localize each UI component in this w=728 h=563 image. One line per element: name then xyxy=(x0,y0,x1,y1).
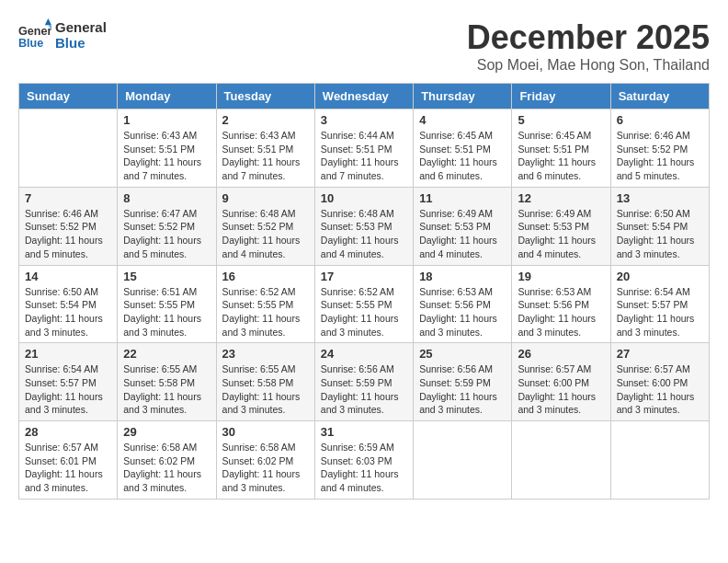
day-number: 24 xyxy=(321,347,407,361)
calendar-week-1: 1Sunrise: 6:43 AMSunset: 5:51 PMDaylight… xyxy=(19,109,710,188)
calendar-cell: 17Sunrise: 6:52 AMSunset: 5:55 PMDayligh… xyxy=(314,265,413,343)
calendar-cell xyxy=(414,421,512,500)
calendar-cell: 11Sunrise: 6:49 AMSunset: 5:53 PMDayligh… xyxy=(414,187,512,265)
day-info: Sunrise: 6:57 AMSunset: 6:00 PMDaylight:… xyxy=(518,362,604,417)
day-info: Sunrise: 6:49 AMSunset: 5:53 PMDaylight:… xyxy=(419,207,506,261)
day-info: Sunrise: 6:55 AMSunset: 5:58 PMDaylight:… xyxy=(222,362,309,417)
day-number: 15 xyxy=(123,270,210,283)
day-info: Sunrise: 6:46 AMSunset: 5:52 PMDaylight:… xyxy=(617,129,703,183)
weekday-header-sunday: Sunday xyxy=(19,84,118,109)
day-info: Sunrise: 6:54 AMSunset: 5:57 PMDaylight:… xyxy=(25,362,111,417)
calendar-table: SundayMondayTuesdayWednesdayThursdayFrid… xyxy=(18,83,710,500)
calendar-cell xyxy=(19,109,118,188)
day-info: Sunrise: 6:46 AMSunset: 5:52 PMDaylight:… xyxy=(25,207,111,261)
day-number: 13 xyxy=(617,191,703,205)
weekday-header-friday: Friday xyxy=(512,84,610,109)
day-info: Sunrise: 6:52 AMSunset: 5:55 PMDaylight:… xyxy=(222,285,309,339)
logo-icon: General Blue xyxy=(18,18,51,52)
day-number: 21 xyxy=(25,347,111,361)
day-number: 7 xyxy=(25,191,111,205)
day-number: 2 xyxy=(222,113,309,127)
day-number: 3 xyxy=(321,113,407,127)
calendar-cell: 28Sunrise: 6:57 AMSunset: 6:01 PMDayligh… xyxy=(19,421,118,500)
calendar-cell: 25Sunrise: 6:56 AMSunset: 5:59 PMDayligh… xyxy=(414,343,512,421)
calendar-cell: 9Sunrise: 6:48 AMSunset: 5:52 PMDaylight… xyxy=(216,187,314,265)
month-title: December 2025 xyxy=(467,18,710,57)
calendar-cell: 5Sunrise: 6:45 AMSunset: 5:51 PMDaylight… xyxy=(512,109,610,188)
day-info: Sunrise: 6:56 AMSunset: 5:59 PMDaylight:… xyxy=(321,362,407,417)
calendar-cell: 20Sunrise: 6:54 AMSunset: 5:57 PMDayligh… xyxy=(610,265,709,343)
day-number: 28 xyxy=(25,425,111,439)
day-info: Sunrise: 6:59 AMSunset: 6:03 PMDaylight:… xyxy=(321,441,407,495)
day-info: Sunrise: 6:53 AMSunset: 5:56 PMDaylight:… xyxy=(518,285,604,339)
day-info: Sunrise: 6:48 AMSunset: 5:53 PMDaylight:… xyxy=(321,207,407,261)
calendar-cell: 13Sunrise: 6:50 AMSunset: 5:54 PMDayligh… xyxy=(610,187,709,265)
calendar-week-4: 21Sunrise: 6:54 AMSunset: 5:57 PMDayligh… xyxy=(19,343,710,421)
calendar-header-row: SundayMondayTuesdayWednesdayThursdayFrid… xyxy=(19,84,710,109)
weekday-header-tuesday: Tuesday xyxy=(216,84,314,109)
calendar-cell: 15Sunrise: 6:51 AMSunset: 5:55 PMDayligh… xyxy=(118,265,216,343)
logo-blue: Blue xyxy=(55,35,107,51)
day-number: 12 xyxy=(518,191,604,205)
calendar-cell: 3Sunrise: 6:44 AMSunset: 5:51 PMDaylight… xyxy=(314,109,413,188)
day-number: 31 xyxy=(321,425,407,439)
day-number: 27 xyxy=(617,347,703,361)
calendar-cell xyxy=(512,421,610,500)
day-number: 16 xyxy=(222,270,309,283)
day-number: 5 xyxy=(518,113,604,127)
day-info: Sunrise: 6:45 AMSunset: 5:51 PMDaylight:… xyxy=(419,129,506,183)
day-number: 20 xyxy=(617,270,703,283)
calendar-cell: 30Sunrise: 6:58 AMSunset: 6:02 PMDayligh… xyxy=(216,421,314,500)
day-number: 22 xyxy=(123,347,210,361)
day-info: Sunrise: 6:52 AMSunset: 5:55 PMDaylight:… xyxy=(321,285,407,339)
day-info: Sunrise: 6:58 AMSunset: 6:02 PMDaylight:… xyxy=(222,441,309,495)
calendar-cell: 1Sunrise: 6:43 AMSunset: 5:51 PMDaylight… xyxy=(118,109,216,188)
day-number: 11 xyxy=(419,191,506,205)
day-info: Sunrise: 6:56 AMSunset: 5:59 PMDaylight:… xyxy=(419,362,506,417)
calendar-cell: 19Sunrise: 6:53 AMSunset: 5:56 PMDayligh… xyxy=(512,265,610,343)
day-info: Sunrise: 6:53 AMSunset: 5:56 PMDaylight:… xyxy=(419,285,506,339)
calendar-cell: 22Sunrise: 6:55 AMSunset: 5:58 PMDayligh… xyxy=(118,343,216,421)
calendar-cell: 29Sunrise: 6:58 AMSunset: 6:02 PMDayligh… xyxy=(118,421,216,500)
logo: General Blue General Blue xyxy=(18,18,107,52)
day-info: Sunrise: 6:54 AMSunset: 5:57 PMDaylight:… xyxy=(617,285,703,339)
calendar-week-5: 28Sunrise: 6:57 AMSunset: 6:01 PMDayligh… xyxy=(19,421,710,500)
weekday-header-saturday: Saturday xyxy=(610,84,709,109)
day-number: 23 xyxy=(222,347,309,361)
calendar-cell: 21Sunrise: 6:54 AMSunset: 5:57 PMDayligh… xyxy=(19,343,118,421)
calendar-cell: 14Sunrise: 6:50 AMSunset: 5:54 PMDayligh… xyxy=(19,265,118,343)
day-number: 17 xyxy=(321,270,407,283)
day-number: 4 xyxy=(419,113,506,127)
day-info: Sunrise: 6:48 AMSunset: 5:52 PMDaylight:… xyxy=(222,207,309,261)
day-info: Sunrise: 6:43 AMSunset: 5:51 PMDaylight:… xyxy=(123,129,210,183)
calendar-cell: 7Sunrise: 6:46 AMSunset: 5:52 PMDaylight… xyxy=(19,187,118,265)
svg-marker-2 xyxy=(45,18,51,25)
calendar-cell: 6Sunrise: 6:46 AMSunset: 5:52 PMDaylight… xyxy=(610,109,709,188)
day-info: Sunrise: 6:55 AMSunset: 5:58 PMDaylight:… xyxy=(123,362,210,417)
calendar-cell: 12Sunrise: 6:49 AMSunset: 5:53 PMDayligh… xyxy=(512,187,610,265)
day-info: Sunrise: 6:49 AMSunset: 5:53 PMDaylight:… xyxy=(518,207,604,261)
day-info: Sunrise: 6:57 AMSunset: 6:01 PMDaylight:… xyxy=(25,441,111,495)
day-info: Sunrise: 6:57 AMSunset: 6:00 PMDaylight:… xyxy=(617,362,703,417)
day-number: 29 xyxy=(123,425,210,439)
day-number: 30 xyxy=(222,425,309,439)
day-number: 9 xyxy=(222,191,309,205)
day-info: Sunrise: 6:43 AMSunset: 5:51 PMDaylight:… xyxy=(222,129,309,183)
calendar-cell: 27Sunrise: 6:57 AMSunset: 6:00 PMDayligh… xyxy=(610,343,709,421)
title-block: December 2025 Sop Moei, Mae Hong Son, Th… xyxy=(467,18,710,74)
day-number: 10 xyxy=(321,191,407,205)
calendar-week-2: 7Sunrise: 6:46 AMSunset: 5:52 PMDaylight… xyxy=(19,187,710,265)
calendar-cell: 18Sunrise: 6:53 AMSunset: 5:56 PMDayligh… xyxy=(414,265,512,343)
day-number: 8 xyxy=(123,191,210,205)
calendar-cell: 4Sunrise: 6:45 AMSunset: 5:51 PMDaylight… xyxy=(414,109,512,188)
day-info: Sunrise: 6:50 AMSunset: 5:54 PMDaylight:… xyxy=(25,285,111,339)
svg-text:Blue: Blue xyxy=(18,37,43,50)
calendar-cell: 24Sunrise: 6:56 AMSunset: 5:59 PMDayligh… xyxy=(314,343,413,421)
calendar-cell: 10Sunrise: 6:48 AMSunset: 5:53 PMDayligh… xyxy=(314,187,413,265)
day-info: Sunrise: 6:58 AMSunset: 6:02 PMDaylight:… xyxy=(123,441,210,495)
calendar-cell: 2Sunrise: 6:43 AMSunset: 5:51 PMDaylight… xyxy=(216,109,314,188)
calendar-week-3: 14Sunrise: 6:50 AMSunset: 5:54 PMDayligh… xyxy=(19,265,710,343)
day-info: Sunrise: 6:50 AMSunset: 5:54 PMDaylight:… xyxy=(617,207,703,261)
day-info: Sunrise: 6:44 AMSunset: 5:51 PMDaylight:… xyxy=(321,129,407,183)
calendar-cell: 23Sunrise: 6:55 AMSunset: 5:58 PMDayligh… xyxy=(216,343,314,421)
